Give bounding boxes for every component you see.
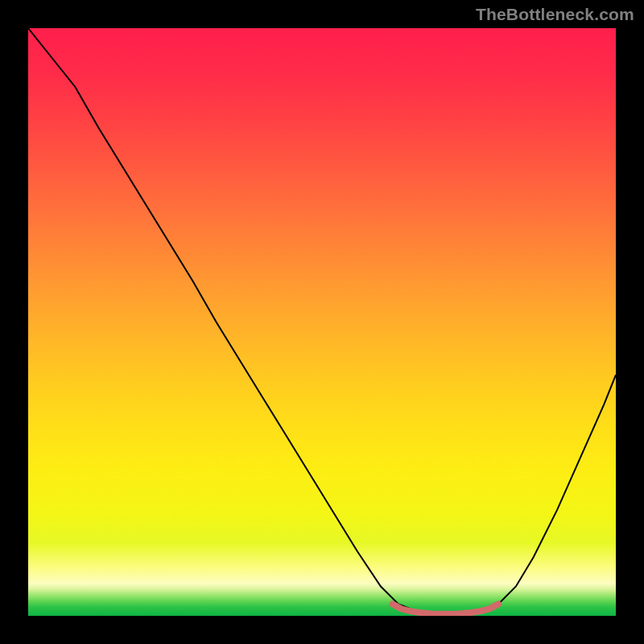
chart-frame: TheBottleneck.com	[0, 0, 644, 644]
gradient-background	[28, 28, 616, 616]
plot-area	[28, 28, 616, 616]
watermark-text: TheBottleneck.com	[476, 5, 634, 24]
chart-svg	[28, 28, 616, 616]
